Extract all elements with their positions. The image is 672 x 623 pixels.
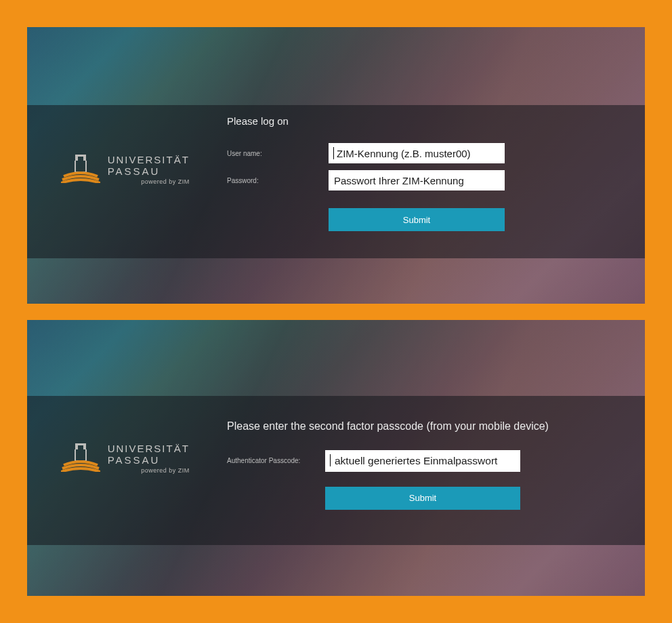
2fa-heading: Please enter the second factor passcode … [227, 420, 618, 433]
login-panel-credentials: UNIVERSITÄT PASSAU powered by ZIM Please… [27, 27, 645, 304]
password-label: Password: [227, 177, 329, 184]
uni-passau-logo-icon [61, 153, 100, 183]
svg-rect-5 [75, 443, 86, 445]
submit-button[interactable]: Submit [325, 487, 520, 510]
submit-row: Submit [227, 487, 618, 510]
password-input[interactable] [329, 170, 505, 190]
logo-sub: powered by ZIM [108, 467, 190, 474]
login-form: Please log on User name: Password: Submi… [227, 115, 618, 238]
username-input[interactable] [329, 143, 505, 163]
uni-passau-logo-icon [61, 442, 100, 472]
submit-row: Submit [227, 208, 618, 231]
logo-line2: PASSAU [108, 165, 190, 177]
username-row: User name: [227, 143, 618, 163]
logo-line1: UNIVERSITÄT [108, 443, 190, 454]
passcode-label: Authenticator Passcode: [227, 457, 325, 464]
logo: UNIVERSITÄT PASSAU powered by ZIM [47, 142, 203, 197]
login-panel-2fa: UNIVERSITÄT PASSAU powered by ZIM Please… [27, 320, 645, 597]
logo: UNIVERSITÄT PASSAU powered by ZIM [47, 431, 203, 485]
logo-line2: PASSAU [108, 454, 190, 466]
logo-line1: UNIVERSITÄT [108, 154, 190, 165]
password-row: Password: [227, 170, 618, 190]
passcode-input[interactable] [325, 450, 520, 472]
login-heading: Please log on [227, 115, 618, 127]
svg-rect-2 [75, 155, 86, 157]
submit-button[interactable]: Submit [329, 208, 505, 231]
username-label: User name: [227, 150, 329, 157]
logo-sub: powered by ZIM [108, 178, 190, 185]
passcode-row: Authenticator Passcode: [227, 450, 618, 472]
2fa-form: Please enter the second factor passcode … [227, 420, 618, 517]
